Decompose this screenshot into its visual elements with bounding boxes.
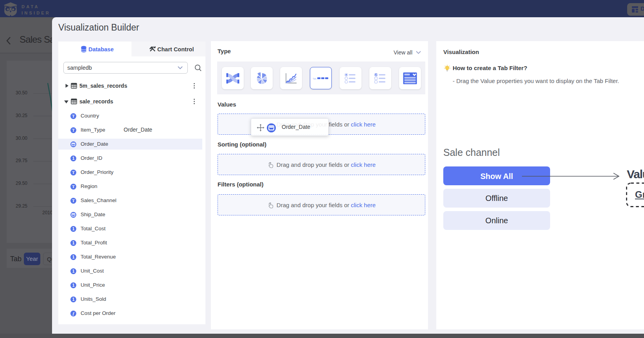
svg-text:Tab: Tab [313,77,317,80]
